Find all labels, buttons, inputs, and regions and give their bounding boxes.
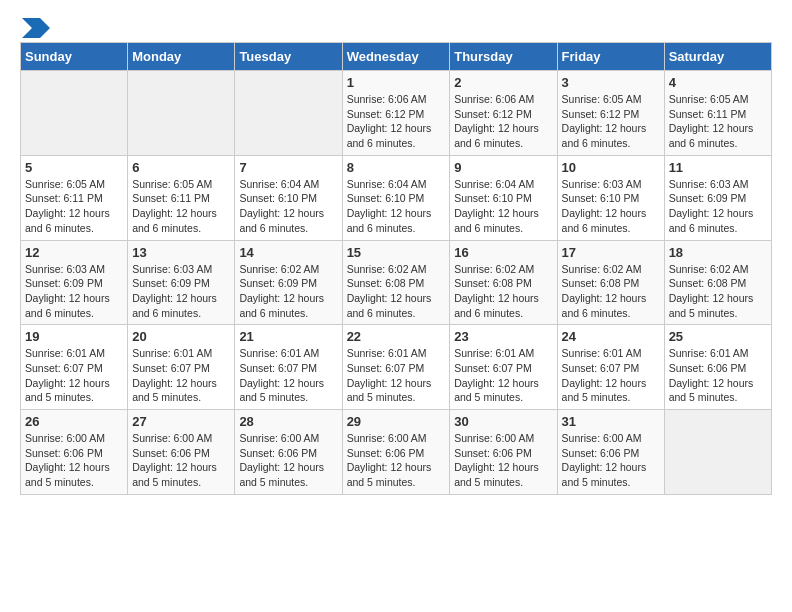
calendar-cell: 18 Sunrise: 6:02 AMSunset: 6:08 PMDaylig…: [664, 240, 771, 325]
day-number: 12: [25, 245, 123, 260]
day-info: Sunrise: 6:04 AMSunset: 6:10 PMDaylight:…: [347, 178, 432, 234]
day-number: 8: [347, 160, 446, 175]
calendar-cell: [128, 71, 235, 156]
calendar-cell: 15 Sunrise: 6:02 AMSunset: 6:08 PMDaylig…: [342, 240, 450, 325]
day-number: 10: [562, 160, 660, 175]
calendar-cell: 24 Sunrise: 6:01 AMSunset: 6:07 PMDaylig…: [557, 325, 664, 410]
day-number: 1: [347, 75, 446, 90]
day-info: Sunrise: 6:01 AMSunset: 6:07 PMDaylight:…: [25, 347, 110, 403]
page-header: [20, 20, 772, 32]
calendar-cell: 12 Sunrise: 6:03 AMSunset: 6:09 PMDaylig…: [21, 240, 128, 325]
day-number: 19: [25, 329, 123, 344]
day-number: 13: [132, 245, 230, 260]
calendar-week-row: 5 Sunrise: 6:05 AMSunset: 6:11 PMDayligh…: [21, 155, 772, 240]
day-number: 29: [347, 414, 446, 429]
calendar-cell: 7 Sunrise: 6:04 AMSunset: 6:10 PMDayligh…: [235, 155, 342, 240]
calendar-cell: [235, 71, 342, 156]
logo-arrow-icon: [22, 18, 50, 38]
day-info: Sunrise: 6:01 AMSunset: 6:07 PMDaylight:…: [239, 347, 324, 403]
calendar-cell: 28 Sunrise: 6:00 AMSunset: 6:06 PMDaylig…: [235, 410, 342, 495]
calendar-week-row: 12 Sunrise: 6:03 AMSunset: 6:09 PMDaylig…: [21, 240, 772, 325]
day-info: Sunrise: 6:00 AMSunset: 6:06 PMDaylight:…: [25, 432, 110, 488]
day-number: 14: [239, 245, 337, 260]
day-info: Sunrise: 6:02 AMSunset: 6:08 PMDaylight:…: [454, 263, 539, 319]
day-info: Sunrise: 6:01 AMSunset: 6:07 PMDaylight:…: [454, 347, 539, 403]
calendar-header-row: SundayMondayTuesdayWednesdayThursdayFrid…: [21, 43, 772, 71]
day-info: Sunrise: 6:00 AMSunset: 6:06 PMDaylight:…: [347, 432, 432, 488]
day-header-tuesday: Tuesday: [235, 43, 342, 71]
day-info: Sunrise: 6:01 AMSunset: 6:06 PMDaylight:…: [669, 347, 754, 403]
calendar-cell: 26 Sunrise: 6:00 AMSunset: 6:06 PMDaylig…: [21, 410, 128, 495]
day-header-sunday: Sunday: [21, 43, 128, 71]
day-info: Sunrise: 6:02 AMSunset: 6:08 PMDaylight:…: [347, 263, 432, 319]
day-number: 20: [132, 329, 230, 344]
day-info: Sunrise: 6:05 AMSunset: 6:12 PMDaylight:…: [562, 93, 647, 149]
day-header-saturday: Saturday: [664, 43, 771, 71]
day-info: Sunrise: 6:02 AMSunset: 6:08 PMDaylight:…: [669, 263, 754, 319]
day-info: Sunrise: 6:01 AMSunset: 6:07 PMDaylight:…: [132, 347, 217, 403]
calendar-cell: 1 Sunrise: 6:06 AMSunset: 6:12 PMDayligh…: [342, 71, 450, 156]
day-number: 27: [132, 414, 230, 429]
day-number: 31: [562, 414, 660, 429]
day-number: 2: [454, 75, 552, 90]
day-info: Sunrise: 6:01 AMSunset: 6:07 PMDaylight:…: [562, 347, 647, 403]
day-info: Sunrise: 6:06 AMSunset: 6:12 PMDaylight:…: [454, 93, 539, 149]
svg-marker-0: [22, 18, 50, 38]
day-info: Sunrise: 6:01 AMSunset: 6:07 PMDaylight:…: [347, 347, 432, 403]
day-info: Sunrise: 6:02 AMSunset: 6:09 PMDaylight:…: [239, 263, 324, 319]
day-number: 24: [562, 329, 660, 344]
day-info: Sunrise: 6:00 AMSunset: 6:06 PMDaylight:…: [562, 432, 647, 488]
day-info: Sunrise: 6:04 AMSunset: 6:10 PMDaylight:…: [239, 178, 324, 234]
calendar-cell: [21, 71, 128, 156]
day-number: 22: [347, 329, 446, 344]
calendar-cell: 21 Sunrise: 6:01 AMSunset: 6:07 PMDaylig…: [235, 325, 342, 410]
calendar-cell: 27 Sunrise: 6:00 AMSunset: 6:06 PMDaylig…: [128, 410, 235, 495]
calendar-cell: 20 Sunrise: 6:01 AMSunset: 6:07 PMDaylig…: [128, 325, 235, 410]
calendar-cell: 13 Sunrise: 6:03 AMSunset: 6:09 PMDaylig…: [128, 240, 235, 325]
day-number: 7: [239, 160, 337, 175]
calendar-cell: 30 Sunrise: 6:00 AMSunset: 6:06 PMDaylig…: [450, 410, 557, 495]
day-info: Sunrise: 6:05 AMSunset: 6:11 PMDaylight:…: [132, 178, 217, 234]
day-number: 18: [669, 245, 767, 260]
day-header-wednesday: Wednesday: [342, 43, 450, 71]
calendar-cell: 8 Sunrise: 6:04 AMSunset: 6:10 PMDayligh…: [342, 155, 450, 240]
calendar-cell: 29 Sunrise: 6:00 AMSunset: 6:06 PMDaylig…: [342, 410, 450, 495]
calendar-cell: 23 Sunrise: 6:01 AMSunset: 6:07 PMDaylig…: [450, 325, 557, 410]
calendar-cell: 9 Sunrise: 6:04 AMSunset: 6:10 PMDayligh…: [450, 155, 557, 240]
calendar-cell: 16 Sunrise: 6:02 AMSunset: 6:08 PMDaylig…: [450, 240, 557, 325]
calendar-cell: 4 Sunrise: 6:05 AMSunset: 6:11 PMDayligh…: [664, 71, 771, 156]
day-number: 26: [25, 414, 123, 429]
day-number: 9: [454, 160, 552, 175]
calendar-cell: 25 Sunrise: 6:01 AMSunset: 6:06 PMDaylig…: [664, 325, 771, 410]
calendar-cell: 14 Sunrise: 6:02 AMSunset: 6:09 PMDaylig…: [235, 240, 342, 325]
calendar-week-row: 19 Sunrise: 6:01 AMSunset: 6:07 PMDaylig…: [21, 325, 772, 410]
day-number: 23: [454, 329, 552, 344]
day-number: 25: [669, 329, 767, 344]
calendar-cell: 11 Sunrise: 6:03 AMSunset: 6:09 PMDaylig…: [664, 155, 771, 240]
day-info: Sunrise: 6:04 AMSunset: 6:10 PMDaylight:…: [454, 178, 539, 234]
day-number: 21: [239, 329, 337, 344]
calendar-cell: 22 Sunrise: 6:01 AMSunset: 6:07 PMDaylig…: [342, 325, 450, 410]
day-number: 28: [239, 414, 337, 429]
day-info: Sunrise: 6:02 AMSunset: 6:08 PMDaylight:…: [562, 263, 647, 319]
day-number: 5: [25, 160, 123, 175]
day-info: Sunrise: 6:00 AMSunset: 6:06 PMDaylight:…: [239, 432, 324, 488]
day-number: 15: [347, 245, 446, 260]
day-number: 17: [562, 245, 660, 260]
logo: [20, 20, 50, 32]
day-info: Sunrise: 6:03 AMSunset: 6:09 PMDaylight:…: [25, 263, 110, 319]
day-info: Sunrise: 6:05 AMSunset: 6:11 PMDaylight:…: [669, 93, 754, 149]
day-number: 3: [562, 75, 660, 90]
day-info: Sunrise: 6:00 AMSunset: 6:06 PMDaylight:…: [454, 432, 539, 488]
calendar-table: SundayMondayTuesdayWednesdayThursdayFrid…: [20, 42, 772, 495]
calendar-cell: 3 Sunrise: 6:05 AMSunset: 6:12 PMDayligh…: [557, 71, 664, 156]
day-header-thursday: Thursday: [450, 43, 557, 71]
day-info: Sunrise: 6:00 AMSunset: 6:06 PMDaylight:…: [132, 432, 217, 488]
day-number: 16: [454, 245, 552, 260]
calendar-cell: 2 Sunrise: 6:06 AMSunset: 6:12 PMDayligh…: [450, 71, 557, 156]
day-info: Sunrise: 6:03 AMSunset: 6:09 PMDaylight:…: [669, 178, 754, 234]
day-number: 6: [132, 160, 230, 175]
calendar-cell: 19 Sunrise: 6:01 AMSunset: 6:07 PMDaylig…: [21, 325, 128, 410]
day-header-monday: Monday: [128, 43, 235, 71]
day-info: Sunrise: 6:06 AMSunset: 6:12 PMDaylight:…: [347, 93, 432, 149]
